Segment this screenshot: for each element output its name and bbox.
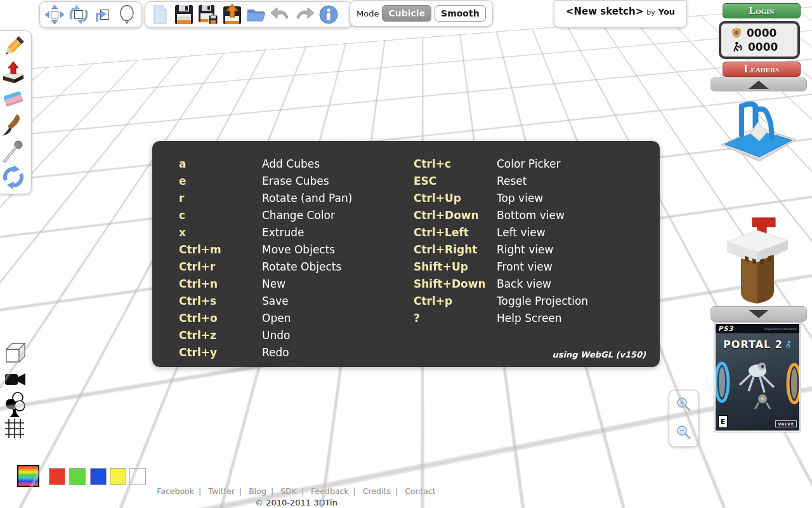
- footer-link-contact[interactable]: Contact: [405, 486, 436, 496]
- undo-icon: [270, 4, 291, 25]
- shortcut-desc: Open: [262, 312, 291, 324]
- color-picker-icon: [1, 138, 26, 164]
- sketch-title-panel[interactable]: <New sketch> by You: [554, 0, 687, 28]
- gallery-scroll-down[interactable]: [710, 306, 807, 322]
- flip-button[interactable]: [91, 3, 115, 27]
- save-button[interactable]: [172, 3, 196, 27]
- rotate-icon: [69, 4, 89, 25]
- footer-link-twitter[interactable]: Twitter: [208, 486, 235, 496]
- eraser-tool-button[interactable]: [0, 86, 27, 112]
- grid-icon: [4, 418, 25, 439]
- export-button[interactable]: [220, 3, 244, 27]
- camera-view-button[interactable]: [4, 371, 27, 391]
- shortcut-desc: Help Screen: [497, 312, 562, 324]
- shortcut-desc: Reset: [497, 175, 527, 187]
- shortcut-desc: Change Color: [262, 209, 335, 222]
- color-picker-tool-button[interactable]: [0, 138, 27, 164]
- shortcut-key: Shift+Up: [414, 260, 497, 273]
- mode-cubicle-button[interactable]: Cubicle: [382, 5, 431, 22]
- footer-link-sdk[interactable]: SDK: [280, 486, 297, 496]
- gallery-scroll-up[interactable]: [710, 77, 807, 91]
- shortcut-desc: Toggle Projection: [497, 295, 588, 307]
- shortcut-desc: Move Objects: [262, 243, 335, 256]
- mode-panel: Mode Cubicle Smooth: [350, 0, 493, 27]
- login-button[interactable]: Login: [723, 3, 801, 18]
- shortcut-key: Ctrl+Right: [414, 243, 497, 256]
- leaders-button[interactable]: Leaders: [723, 62, 801, 77]
- export-icon: [221, 4, 243, 25]
- color-swatch-yellow[interactable]: [110, 468, 126, 485]
- shortcut-key: x: [179, 226, 262, 239]
- valve-logo: VALVE: [775, 420, 797, 427]
- brown-model-image: [716, 211, 799, 312]
- gallery-thumbnail-blue-model[interactable]: [717, 95, 800, 174]
- footer-links: Facebook| Twitter| Blog| SDK| Feedback| …: [0, 486, 593, 496]
- shortcut-desc: Left view: [497, 226, 546, 239]
- shortcut-key: Ctrl+Down: [414, 209, 497, 222]
- cube-view-button[interactable]: [4, 340, 28, 367]
- color-swatch-red[interactable]: [49, 468, 65, 485]
- rainbow-swatch[interactable]: [17, 465, 39, 487]
- refresh-tool-button[interactable]: [0, 164, 27, 190]
- brush-tool-button[interactable]: [0, 112, 27, 138]
- open-button[interactable]: [244, 3, 268, 27]
- info-icon: [318, 4, 339, 25]
- new-file-icon: [150, 4, 170, 25]
- refresh-icon: [1, 164, 26, 190]
- lasso-button[interactable]: [115, 3, 139, 27]
- miner-icon: [731, 41, 743, 53]
- gallery-thumbnail-brown-model[interactable]: [716, 211, 799, 314]
- shortcut-desc: Redo: [262, 346, 289, 359]
- mode-smooth-button[interactable]: Smooth: [435, 5, 486, 22]
- undo-button[interactable]: [268, 3, 292, 27]
- blue-model-image: [717, 95, 800, 171]
- psn-label: PlayStation Network: [764, 327, 797, 331]
- shortcut-key: Ctrl+m: [179, 243, 262, 256]
- footer-link-blog[interactable]: Blog: [249, 486, 266, 496]
- zoom-out-button[interactable]: [673, 422, 695, 443]
- shortcut-desc: Add Cubes: [262, 157, 320, 170]
- lasso-balloon-icon: [117, 4, 137, 25]
- shortcut-key: Ctrl+s: [179, 295, 262, 307]
- transform-toolbar: [39, 1, 142, 28]
- grid-toggle-button[interactable]: [4, 418, 25, 442]
- shortcut-desc: Rotate Objects: [262, 260, 341, 273]
- footer-link-credits[interactable]: Credits: [363, 486, 391, 496]
- footer-link-facebook[interactable]: Facebook: [157, 486, 194, 496]
- new-sketch-button[interactable]: [148, 3, 172, 27]
- copyright-text: © 2010-2011 3DTin: [0, 498, 593, 507]
- help-overlay[interactable]: aAdd Cubes eErase Cubes rRotate (and Pan…: [152, 141, 660, 367]
- mode-label: Mode: [357, 9, 379, 18]
- shortcut-desc: Rotate (and Pan): [262, 192, 352, 204]
- move-button[interactable]: [43, 3, 67, 27]
- shortcut-desc: Top view: [497, 192, 543, 204]
- save-as-button[interactable]: [196, 3, 220, 27]
- open-folder-icon: [246, 4, 267, 25]
- footer-link-feedback[interactable]: Feedback: [311, 486, 349, 496]
- shortcut-desc: Bottom view: [497, 209, 565, 222]
- shortcut-key: Shift+Down: [414, 277, 497, 290]
- shortcut-key: Ctrl+n: [179, 277, 262, 290]
- shield-icon: [731, 28, 742, 38]
- color-swatch-green[interactable]: [69, 468, 86, 485]
- shortcut-key: Ctrl+z: [179, 329, 262, 342]
- portal2-artwork: [716, 352, 799, 415]
- club-tool-button[interactable]: [4, 391, 27, 420]
- shortcut-desc: Right view: [497, 243, 553, 256]
- portal2-ad[interactable]: PS3 PlayStation Network PORTAL 2: [714, 322, 801, 432]
- color-swatch-blue[interactable]: [90, 468, 107, 485]
- shortcut-desc: New: [262, 277, 285, 290]
- rotate-button[interactable]: [67, 3, 91, 27]
- shortcut-key: Ctrl+y: [179, 346, 262, 359]
- redo-button[interactable]: [292, 3, 317, 27]
- webgl-version-note: using WebGL (v150): [552, 350, 646, 359]
- info-button[interactable]: [317, 3, 341, 27]
- extrude-tool-button[interactable]: [0, 60, 27, 86]
- shortcut-key: e: [179, 175, 262, 187]
- color-swatch-white[interactable]: [129, 468, 146, 485]
- zoom-in-button[interactable]: [673, 394, 695, 415]
- score-box: 0000 0000: [719, 21, 800, 59]
- file-toolbar: [145, 1, 353, 28]
- pencil-tool-button[interactable]: [0, 34, 27, 60]
- shortcut-key: Ctrl+o: [179, 312, 262, 324]
